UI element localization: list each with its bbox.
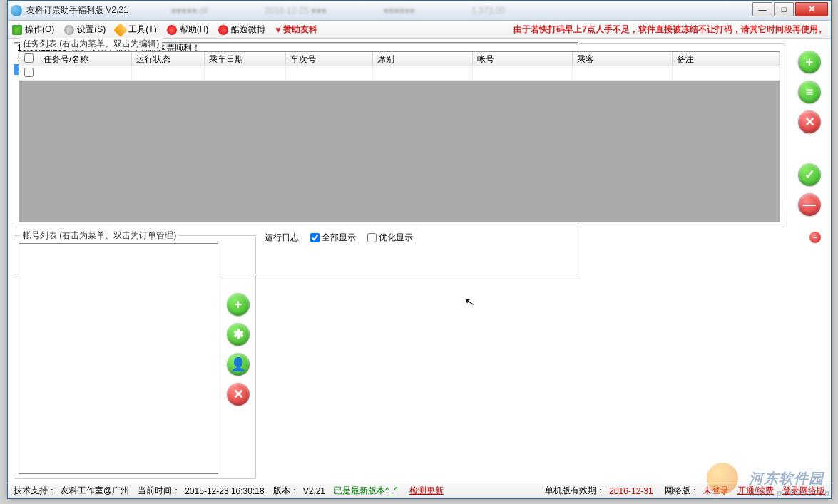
support-value: 友科工作室@广州 [61,485,129,497]
heart-icon: ♥ [275,24,281,35]
titlebar-blur: ■■■■■.dll 2016-12-25 ■■■ ■■■■■■ 1,373.00 [171,6,505,16]
log-show-all-checkbox[interactable]: 全部显示 [310,232,356,244]
menu-settings[interactable]: 设置(S) [64,24,106,36]
menu-sponsor[interactable]: ♥ 赞助友科 [275,24,317,36]
time-label: 当前时间： [138,485,180,497]
log-optimize-checkbox[interactable]: 优化显示 [367,232,413,244]
standalone-label: 单机版有效期： [545,485,605,497]
task-stop-button[interactable]: — [798,193,821,216]
task-col-7[interactable]: 乘客 [573,52,673,66]
close-button[interactable]: ✕ [795,2,828,16]
menubar: 操作(O) 设置(S) 工具(T) 帮助(H) 酷逸微博 ♥ 赞助友科 由于若快… [8,21,831,39]
account-refresh-button[interactable]: ✱ [227,323,250,346]
statusbar: 技术支持： 友科工作室@广州 当前时间： 2015-12-23 16:30:18… [8,483,831,498]
main-window: 友科订票助手福利版 V2.21 ■■■■■.dll 2016-12-25 ■■■… [7,0,832,499]
titlebar[interactable]: 友科订票助手福利版 V2.21 ■■■■■.dll 2016-12-25 ■■■… [8,1,831,21]
task-col-5[interactable]: 席别 [373,52,473,66]
menu-weibo[interactable]: 酷逸微博 [218,24,265,36]
time-value: 2015-12-23 16:30:18 [185,486,264,496]
task-edit-button[interactable]: ≡ [798,81,821,103]
log-label-text: 运行日志 [265,232,299,244]
net-label: 网络版： [665,485,699,497]
support-label: 技术支持： [14,485,56,497]
minimize-button[interactable]: — [752,2,772,16]
task-col-6[interactable]: 帐号 [473,52,573,66]
task-add-button[interactable]: + [798,51,821,73]
user-icon [12,25,22,35]
latest-text: 已是最新版本^_^ [334,485,398,497]
gear-icon [64,25,74,35]
task-col-2[interactable]: 运行状态 [132,52,205,66]
account-listbox[interactable] [19,243,218,474]
login-net-link[interactable]: 登录网络版 [782,485,825,497]
app-icon [11,5,22,16]
maximize-button[interactable]: □ [774,2,794,16]
open-renew-link[interactable]: 开通/续费 [737,485,774,497]
task-table[interactable]: 任务号/名称运行状态乘车日期车次号席别帐号乘客备注 [19,51,780,222]
net-status: 未登录 [703,485,729,497]
task-start-button[interactable]: ✓ [798,163,821,186]
ver-label: 版本： [273,485,299,497]
task-group-label: 任务列表 (右击为菜单、双击为编辑) [20,38,162,50]
task-col-0[interactable] [19,52,39,66]
account-list-group: 帐号列表 (右击为菜单、双击为订单管理) + ✱ 👤 ✕ [14,235,256,479]
task-side-buttons: + ≡ ✕ [798,51,821,133]
ver-value: V2.21 [303,486,325,496]
account-user-button[interactable]: 👤 [227,353,250,376]
wrench-icon [113,23,128,37]
log-header: 运行日志 全部显示 优化显示 [265,232,413,244]
check-update-link[interactable]: 检测更新 [409,485,444,497]
task-list-group: 任务列表 (右击为菜单、双击为编辑) 任务号/名称运行状态乘车日期车次号席别帐号… [14,43,785,227]
account-add-button[interactable]: + [227,293,250,316]
help-icon [167,25,177,35]
standalone-value: 2016-12-31 [609,486,653,496]
task-run-buttons: ✓ — [798,163,821,216]
menu-tools[interactable]: 工具(T) [116,24,156,36]
log-clear-button[interactable]: − [809,232,821,243]
task-col-8[interactable]: 备注 [673,52,780,66]
window-title: 友科订票助手福利版 V2.21 [26,4,128,16]
notice-text: 由于若快打码早上7点人手不足，软件直接被冻结不让打码，请其它时间段再使用。 [513,24,827,36]
task-col-4[interactable]: 车次号 [286,52,373,66]
menu-help[interactable]: 帮助(H) [167,24,209,36]
task-col-1[interactable]: 任务号/名称 [39,52,132,66]
task-col-3[interactable]: 乘车日期 [205,52,286,66]
account-group-label: 帐号列表 (右击为菜单、双击为订单管理) [20,230,179,242]
task-delete-button[interactable]: ✕ [798,110,821,133]
menu-operate[interactable]: 操作(O) [12,24,54,36]
weibo-icon [218,25,228,35]
account-delete-button[interactable]: ✕ [227,383,250,406]
